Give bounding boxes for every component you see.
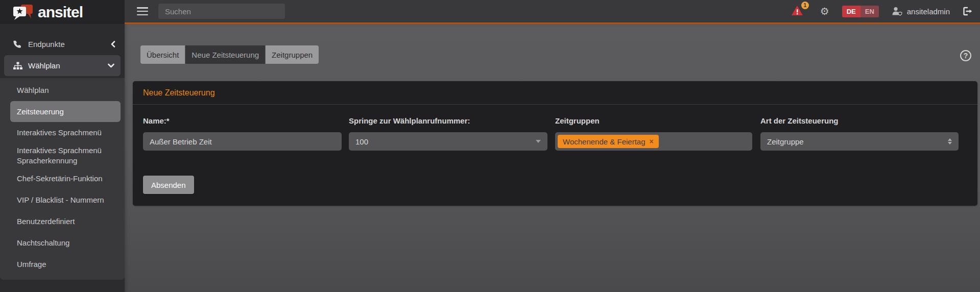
jump-number-label: Springe zur Wählplanrufnummer: (349, 116, 547, 125)
waehlplan-submenu: Wählplan Zeitsteuerung Interaktives Spra… (0, 78, 125, 280)
sidebar-item-interaktives-sprachmenue[interactable]: Interaktives Sprachmenü (0, 122, 125, 143)
hamburger-menu-icon[interactable] (137, 7, 148, 15)
timegroup-tag-label: Wochenende & Feiertag (563, 137, 646, 146)
tab-zeitgruppen[interactable]: Zeitgruppen (266, 45, 319, 64)
accent-divider (125, 22, 980, 24)
tab-uebersicht[interactable]: Übersicht (140, 45, 185, 64)
phone-icon (13, 40, 21, 48)
ansitel-logo-icon (12, 3, 34, 21)
gear-icon[interactable]: ⚙ (820, 6, 829, 16)
select-updown-icon (948, 138, 952, 144)
language-en[interactable]: EN (861, 6, 879, 17)
username-label: ansiteladmin (907, 7, 950, 16)
type-label: Art der Zeitsteuerung (760, 116, 959, 125)
name-input[interactable] (143, 132, 342, 151)
sidebar: ansitel Endpunkte Wählplan (0, 0, 125, 292)
sidebar-item-vip-blacklist[interactable]: VIP / Blacklist - Nummern (0, 189, 125, 211)
sidebar-item-endpunkte[interactable]: Endpunkte (0, 35, 125, 53)
alerts-count-badge: 1 (801, 2, 809, 9)
chevron-down-icon (108, 63, 114, 68)
brand[interactable]: ansitel (0, 0, 125, 24)
tag-remove-icon[interactable]: × (650, 137, 654, 145)
jump-number-value: 100 (355, 137, 368, 146)
user-menu[interactable]: ansiteladmin (892, 7, 950, 16)
sidebar-item-umfrage[interactable]: Umfrage (0, 254, 125, 275)
timegroups-label: Zeitgruppen (555, 116, 752, 125)
sidebar-item-label: Wählplan (28, 61, 60, 70)
logout-button[interactable] (963, 7, 973, 16)
timegroups-multiselect[interactable]: Wochenende & Feiertag × (555, 132, 752, 151)
type-value: Zeitgruppe (767, 137, 804, 146)
chevron-left-icon (111, 41, 115, 47)
caret-down-icon (536, 140, 541, 143)
type-select[interactable]: Zeitgruppe (760, 132, 959, 151)
alerts-button[interactable]: 1 (791, 5, 803, 18)
sidebar-item-sprachmenue-spracherkennung[interactable]: Interaktives Sprachmenü Spracherkennung (0, 143, 125, 168)
sidebar-item-nachtschaltung[interactable]: Nachtschaltung (0, 232, 125, 254)
topbar: 1 ⚙ DE EN ansiteladmin (0, 0, 980, 24)
search-input[interactable] (158, 4, 285, 19)
sidebar-item-chef-sekretaerin[interactable]: Chef-Sekretärin-Funktion (0, 168, 125, 189)
timegroup-tag: Wochenende & Feiertag × (558, 135, 659, 148)
user-shield-icon (892, 7, 902, 16)
help-icon[interactable]: ? (960, 50, 971, 61)
tab-bar: Übersicht Neue Zeitsteuerung Zeitgruppen (140, 45, 319, 64)
sidebar-item-benutzerdefiniert[interactable]: Benutzerdefiniert (0, 211, 125, 232)
panel-header: Neue Zeitsteuerung (133, 81, 977, 105)
neue-zeitsteuerung-panel: Neue Zeitsteuerung Name:* Springe zur Wä… (133, 81, 977, 206)
submit-button[interactable]: Absenden (143, 176, 194, 194)
language-de[interactable]: DE (842, 6, 861, 17)
main-content: Übersicht Neue Zeitsteuerung Zeitgruppen… (125, 24, 980, 292)
logout-icon (963, 7, 973, 16)
language-toggle[interactable]: DE EN (842, 6, 879, 17)
panel-title: Neue Zeitsteuerung (143, 88, 215, 98)
brand-name: ansitel (38, 4, 83, 21)
jump-number-select[interactable]: 100 (349, 132, 547, 151)
sidebar-item-label: Endpunkte (28, 40, 65, 48)
sitemap-icon (13, 62, 22, 70)
sidebar-item-waehlplan[interactable]: Wählplan (4, 55, 121, 76)
sidebar-item-waehlplan-sub[interactable]: Wählplan (0, 80, 125, 101)
tab-neue-zeitsteuerung[interactable]: Neue Zeitsteuerung (185, 45, 265, 64)
name-label: Name:* (143, 116, 342, 125)
sidebar-item-zeitsteuerung[interactable]: Zeitsteuerung (10, 101, 121, 122)
